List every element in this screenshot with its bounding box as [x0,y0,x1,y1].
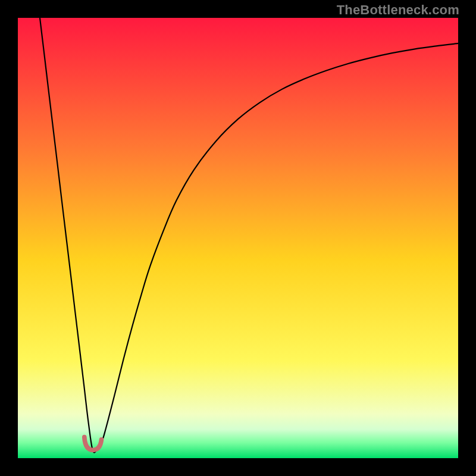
chart-frame: TheBottleneck.com [0,0,476,476]
chart-svg [18,18,458,458]
plot-area [18,18,458,458]
watermark-text: TheBottleneck.com [337,2,459,18]
gradient-bg [18,18,458,458]
